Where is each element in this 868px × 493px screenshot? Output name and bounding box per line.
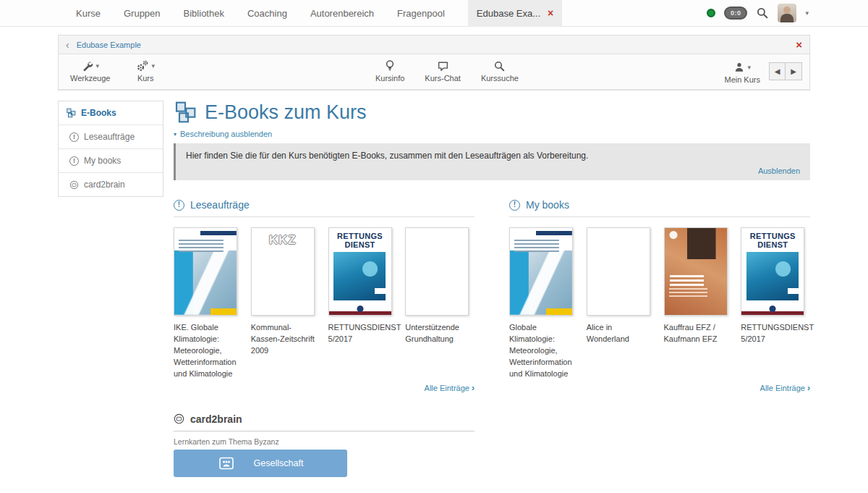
toolbar-center-group: Kursinfo Kurs-Chat Kurssuche [375,58,519,83]
gears-icon [136,59,149,72]
info-circle-icon: ! [509,200,520,211]
toolbar-left-group: ▾ Werkzeuge ▾ Kurs [70,58,155,83]
chat-bubble-icon [437,60,449,72]
chevron-down-icon: ▾ [747,64,751,71]
all-entries-link[interactable]: Alle Einträge › [174,383,475,393]
breadcrumb-course-link[interactable]: Edubase Example [77,41,141,49]
tab-close-icon[interactable]: × [548,8,553,18]
breadcrumb-back-icon[interactable]: ‹ [66,40,69,50]
info-circle-icon: ! [174,200,184,211]
kurs-chat-icon-row [437,58,449,74]
book-cover[interactable]: 1 [405,227,469,316]
werkzeuge-label: Werkzeuge [70,74,110,83]
book-cover[interactable] [587,227,650,316]
all-entries-link[interactable]: Alle Einträge › [509,383,810,393]
pager-previous-button[interactable]: ◀ [769,62,786,80]
book-title: Globale Klimatologie: Meteorologie, Wett… [509,322,579,380]
card2brain-header: card2brain [174,413,475,431]
cover-logo-text: RETTUNGS DIENST [741,232,804,249]
lightbulb-icon [384,59,396,72]
section-card2brain: card2brain Lernkarten zum Thema Byzanz G… [174,413,475,493]
cover-badge: 1 [456,260,467,270]
chevron-down-icon[interactable]: ▾ [805,9,809,17]
book-list: IKE. Globale Klimatologie: Meteorologie,… [174,227,475,380]
book-item-climate[interactable]: IKE. Globale Klimatologie: Meteorologie,… [174,227,243,380]
gesellschaft-button[interactable]: Gesellschaft [174,450,347,477]
sidebar-item-ebooks[interactable]: E-Books [59,101,163,125]
book-cover[interactable]: RETTUNGS DIENST [741,227,804,316]
book-cover[interactable] [509,227,573,316]
section-my-books: ! My books Globale Klimatologie: Meteoro… [509,199,810,393]
cubes-icon [66,108,76,118]
kurssuche-label: Kurssuche [481,74,519,83]
course-frame: ‹ Edubase Example × ▾ Werkzeuge [58,35,810,90]
book-item-climate[interactable]: Globale Klimatologie: Meteorologie, Wett… [509,227,579,380]
book-title: RETTUNGSDIENST 5/2017 [328,322,398,345]
course-description-box: Hier finden Sie die für den Kurs benötig… [174,143,810,180]
book-title: Alice in Wonderland [587,322,656,345]
chevron-right-icon: › [472,383,475,393]
mein-kurs-menu[interactable]: ▾ Mein Kurs [724,59,760,84]
kurs-menu[interactable]: ▾ Kurs [136,58,155,83]
sidebar-item-my-books[interactable]: ! My books [59,148,163,172]
nav-item-autorenbereich[interactable]: Autorenbereich [310,8,374,19]
card2brain-icon [69,180,79,190]
page-title-text: E-Books zum Kurs [205,101,367,124]
sidebar-item-label: E-Books [81,108,116,118]
active-course-tab[interactable]: Edubase Exa... × [468,0,562,27]
book-cover[interactable]: RETTUNGS DIENST [328,227,392,316]
book-list: Globale Klimatologie: Meteorologie, Wett… [509,227,810,380]
course-pager: ◀ ▶ [769,62,802,80]
book-item-kkz[interactable]: KKZ Kommunal-Kassen-Zeitschrift 2009 [251,227,320,380]
kurs-chat-button[interactable]: Kurs-Chat [425,58,461,83]
book-item-grundhaltung[interactable]: 1 Unterstützende Grundhaltung [405,227,475,380]
cubes-icon [174,101,197,124]
book-item-rettungsdienst[interactable]: RETTUNGS DIENST RETTUNGSDIENST 5/2017 [328,227,398,380]
search-icon[interactable] [756,7,769,20]
topnav-right-controls: 0:0 ▾ [707,4,868,22]
book-item-kauffrau[interactable]: Kauffrau EFZ / Kaufmann EFZ [664,227,733,380]
avatar[interactable] [778,4,796,22]
all-entries-label: Alle Einträge [425,384,469,392]
book-cover[interactable] [174,227,237,316]
nav-item-coaching[interactable]: Coaching [247,8,287,19]
book-cover[interactable]: KKZ [251,227,315,316]
toolbar-right-group: ▾ Mein Kurs ◀ ▶ [724,59,802,84]
chat-counter-badge[interactable]: 0:0 [724,7,748,20]
chevron-right-icon: › [807,383,810,393]
book-title: Kommunal-Kassen-Zeitschrift 2009 [251,322,320,357]
book-item-rettungsdienst[interactable]: RETTUNGS DIENST RETTUNGSDIENST 5/2017 [741,227,810,380]
cover-logo-text: KKZ [252,233,314,248]
online-status-icon[interactable] [707,9,715,17]
course-close-icon[interactable]: × [796,38,802,51]
kurs-icon-row: ▾ [136,58,155,74]
sidebar-item-label: card2brain [84,180,125,190]
book-title: RETTUNGSDIENST 5/2017 [741,322,810,345]
ebook-sections: ! Leseaufträge IKE. Globale Klimatologie… [174,199,810,393]
info-circle-icon: ! [69,132,79,142]
sidebar-item-leseauftraege[interactable]: ! Leseaufträge [59,125,163,148]
kurssuche-button[interactable]: Kurssuche [481,58,519,83]
section-header: ! Leseaufträge [174,199,475,217]
cover-logo-text: RETTUNGS DIENST [329,232,391,249]
course-toolbar: ▾ Werkzeuge ▾ Kurs [59,54,809,90]
kursinfo-label: Kursinfo [375,74,404,83]
nav-item-gruppen[interactable]: Gruppen [124,8,161,19]
werkzeuge-icon-row: ▾ [81,58,99,74]
werkzeuge-menu[interactable]: ▾ Werkzeuge [70,58,110,83]
nav-item-fragenpool[interactable]: Fragenpool [397,8,445,19]
nav-item-kurse[interactable]: Kurse [76,8,101,19]
kursinfo-button[interactable]: Kursinfo [375,58,404,83]
sidebar-item-card2brain[interactable]: card2brain [59,172,163,196]
pager-next-button[interactable]: ▶ [786,62,802,80]
description-hide-link[interactable]: Ausblenden [186,161,800,178]
kurs-chat-label: Kurs-Chat [425,74,461,83]
book-item-alice[interactable]: Alice in Wonderland [587,227,656,380]
book-cover[interactable] [664,227,728,316]
description-toggle-link[interactable]: ▾ Beschreibung ausblenden [174,130,810,138]
section-title: My books [526,199,569,211]
triangle-down-icon: ▾ [174,131,176,138]
section-title: Leseaufträge [190,199,250,211]
nav-item-bibliothek[interactable]: Bibliothek [184,8,224,19]
content-area: E-Books ! Leseaufträge ! My books card2b… [58,90,810,493]
